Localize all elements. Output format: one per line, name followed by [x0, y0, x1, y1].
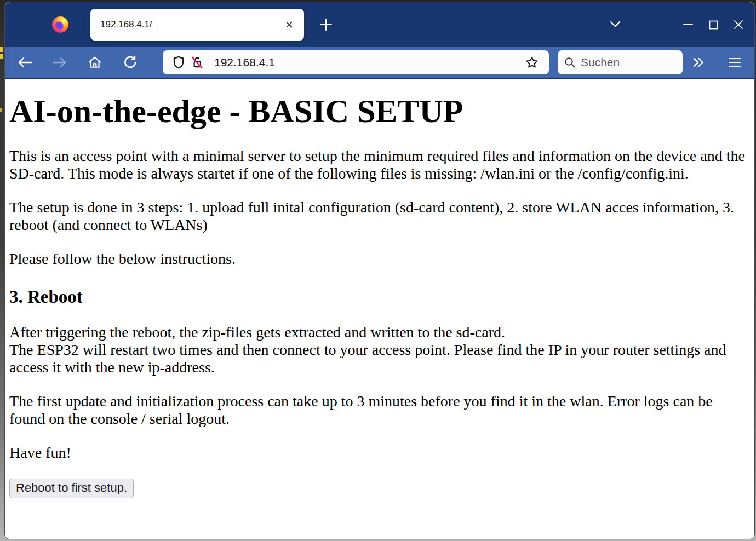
browser-tab[interactable]: 192.168.4.1/ — [90, 9, 304, 41]
shield-icon[interactable] — [169, 53, 188, 72]
list-all-tabs-chevron-icon[interactable] — [604, 15, 626, 34]
home-button[interactable] — [82, 51, 108, 74]
closing-paragraph: Have fun! — [9, 444, 750, 462]
intro-paragraph-1: This is an access point with a minimal s… — [9, 147, 750, 182]
page-title: AI-on-the-edge - BASIC SETUP — [9, 93, 750, 129]
maximize-button[interactable] — [701, 14, 726, 36]
reboot-button[interactable]: Reboot to first setup. — [9, 479, 134, 498]
new-tab-button[interactable] — [316, 15, 336, 34]
tab-title: 192.168.4.1/ — [100, 19, 282, 30]
reboot-paragraph-1-line-1: After triggering the reboot, the zip-fil… — [9, 324, 750, 341]
backdrop-fragment — [0, 108, 2, 112]
navigation-toolbar: 192.168.4.1 Suchen — [5, 47, 754, 79]
section-heading-reboot: 3. Reboot — [9, 286, 750, 307]
back-button[interactable] — [12, 51, 38, 74]
browser-window: 192.168.4.1/ — [4, 2, 755, 539]
backdrop-fragment — [0, 47, 3, 52]
toolbar-right-group — [685, 51, 748, 74]
reboot-paragraph-1-line-2: The ESP32 will restart two times and the… — [9, 341, 750, 376]
intro-paragraph-3: Please follow the below instructions. — [9, 250, 750, 268]
search-icon — [563, 56, 576, 69]
forward-button[interactable] — [47, 51, 73, 74]
tab-bar: 192.168.4.1/ — [5, 2, 754, 47]
backdrop-fragment — [0, 54, 3, 59]
search-placeholder[interactable]: Suchen — [581, 56, 620, 69]
reboot-paragraph-1: After triggering the reboot, the zip-fil… — [9, 324, 750, 376]
insecure-lock-icon[interactable] — [188, 53, 207, 72]
menu-hamburger-icon[interactable] — [721, 51, 748, 74]
desktop-backdrop: 192.168.4.1/ — [0, 0, 756, 541]
reload-button[interactable] — [117, 51, 143, 74]
intro-paragraph-2: The setup is done in 3 steps: 1. upload … — [9, 199, 750, 234]
bookmark-star-icon[interactable] — [523, 53, 541, 72]
button-row: Reboot to first setup. — [9, 478, 750, 498]
firefox-logo-icon[interactable] — [52, 16, 68, 33]
search-box[interactable]: Suchen — [558, 50, 683, 74]
overflow-chevrons-icon[interactable] — [685, 51, 712, 74]
web-page-content: AI-on-the-edge - BASIC SETUP This is an … — [5, 79, 754, 539]
window-controls — [675, 14, 751, 36]
tab-close-icon[interactable] — [282, 18, 296, 32]
reboot-paragraph-2: The first update and initialization proc… — [9, 393, 750, 428]
minimize-button[interactable] — [675, 14, 701, 36]
tab-separator — [85, 15, 85, 34]
address-bar[interactable]: 192.168.4.1 — [163, 50, 549, 74]
window-close-button[interactable] — [726, 14, 751, 36]
url-text[interactable]: 192.168.4.1 — [214, 56, 523, 69]
